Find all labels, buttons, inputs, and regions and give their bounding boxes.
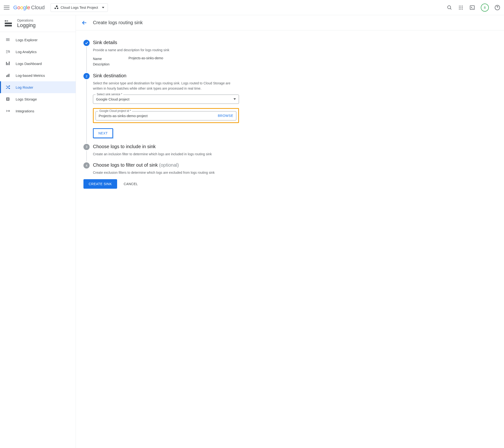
notifications-badge[interactable]: 8	[481, 3, 489, 12]
bar-chart-icon	[5, 73, 10, 78]
svg-rect-29	[7, 98, 9, 99]
step4-desc: Create exclusion filters to determine wh…	[93, 170, 239, 175]
step-choose-include: 3 Choose logs to include in sink Create …	[83, 144, 239, 157]
svg-rect-26	[7, 75, 8, 77]
svg-point-5	[459, 7, 460, 8]
nav-integrations[interactable]: Integrations	[0, 105, 76, 117]
badge-count: 8	[484, 6, 486, 9]
svg-rect-31	[7, 100, 9, 100]
svg-rect-30	[7, 99, 9, 99]
project-id-highlight: Google Cloud project id * BROWSE	[93, 108, 239, 123]
svg-rect-27	[9, 74, 9, 77]
nav-log-based-metrics[interactable]: Log-based Metrics	[0, 70, 76, 81]
nav-label: Log Analytics	[16, 50, 36, 54]
step2-title: Sink destination	[93, 73, 239, 78]
nav-label: Logs Dashboard	[16, 62, 42, 66]
back-arrow-icon[interactable]	[82, 20, 87, 26]
nav-label: Logs Storage	[16, 97, 37, 101]
sidebar-header: Operations Logging	[0, 15, 76, 32]
step1-desc: Provide a name and description for logs …	[93, 48, 239, 53]
svg-rect-11	[470, 6, 474, 9]
svg-point-6	[460, 7, 461, 8]
step-sink-details: Sink details Provide a name and descript…	[83, 40, 239, 67]
logging-label: Logging	[17, 22, 36, 28]
name-value: Projects-as-sinks-demo	[128, 56, 163, 60]
step4-title: Choose logs to filter out of sink (optio…	[93, 162, 239, 168]
step3-indicator: 3	[83, 144, 90, 150]
svg-point-3	[460, 5, 461, 6]
svg-rect-25	[6, 75, 7, 77]
sink-service-value[interactable]	[96, 97, 234, 101]
step2-desc: Select the service type and destination …	[93, 81, 239, 91]
integrations-icon	[5, 108, 10, 113]
menu-icon[interactable]	[4, 5, 9, 10]
nav-logs-explorer[interactable]: Logs Explorer	[0, 34, 76, 46]
svg-rect-14	[7, 21, 8, 21]
dashboard-icon	[5, 61, 10, 66]
nav-label: Integrations	[16, 109, 34, 113]
top-header: Google Cloud Cloud Logs Test Project 8	[0, 0, 504, 15]
next-button[interactable]: NEXT	[93, 128, 113, 138]
main-header: Create logs routing sink	[76, 15, 504, 30]
cloud-text: Cloud	[31, 4, 45, 11]
cloud-shell-icon[interactable]	[469, 5, 475, 10]
svg-rect-15	[5, 22, 12, 24]
step-connector	[86, 47, 87, 72]
list-icon	[5, 37, 10, 42]
page-title: Create logs routing sink	[93, 20, 143, 25]
svg-point-32	[9, 110, 10, 112]
logging-product-icon	[5, 20, 12, 27]
analytics-search-icon	[5, 49, 10, 54]
nav-logs-dashboard[interactable]: Logs Dashboard	[0, 58, 76, 70]
project-dots-icon	[54, 5, 58, 10]
nav-log-analytics[interactable]: Log Analytics	[0, 46, 76, 58]
project-name: Cloud Logs Test Project	[61, 5, 98, 9]
step4-title-text: Choose logs to filter out of sink	[93, 162, 159, 168]
svg-rect-17	[6, 38, 10, 39]
svg-point-9	[460, 9, 461, 9]
project-id-label: Google Cloud project id *	[98, 109, 132, 113]
svg-point-10	[462, 9, 463, 9]
step-connector	[86, 80, 87, 143]
project-id-input[interactable]	[99, 114, 218, 118]
chevron-down-icon	[102, 7, 104, 8]
step-sink-destination: 2 Sink destination Select the service ty…	[83, 73, 239, 138]
svg-line-21	[9, 52, 10, 52]
step-connector	[86, 151, 87, 162]
header-icons: 8	[447, 3, 500, 12]
content: Sink details Provide a name and descript…	[76, 30, 247, 198]
browse-button[interactable]: BROWSE	[218, 114, 233, 118]
svg-rect-18	[6, 39, 10, 40]
svg-point-4	[462, 5, 463, 6]
nav-log-router[interactable]: Log Router	[0, 81, 76, 93]
nav-logs-storage[interactable]: Logs Storage	[0, 93, 76, 105]
create-sink-button[interactable]: CREATE SINK	[83, 179, 117, 189]
step1-title: Sink details	[93, 40, 239, 45]
project-selector[interactable]: Cloud Logs Test Project	[51, 3, 108, 12]
nav-label: Log-based Metrics	[16, 73, 45, 77]
nav-list: Logs Explorer Log Analytics Logs Dashboa…	[0, 32, 76, 117]
svg-rect-19	[6, 40, 10, 41]
footer-actions: CREATE SINK CANCEL	[83, 179, 239, 189]
step3-title: Choose logs to include in sink	[93, 144, 239, 149]
svg-rect-23	[7, 63, 8, 65]
optional-label: (optional)	[159, 162, 179, 168]
step4-indicator: 4	[83, 162, 90, 169]
nav-label: Logs Explorer	[16, 38, 38, 42]
help-icon[interactable]	[495, 5, 500, 10]
svg-point-7	[462, 7, 463, 8]
sink-service-select[interactable]: Select sink service *	[93, 95, 239, 104]
apps-grid-icon[interactable]	[458, 5, 464, 10]
svg-rect-13	[5, 21, 7, 21]
main: Create logs routing sink Sink details Pr…	[76, 15, 504, 448]
nav-label: Log Router	[16, 85, 33, 89]
cancel-button[interactable]: CANCEL	[124, 182, 138, 186]
storage-icon	[5, 96, 10, 102]
google-cloud-logo[interactable]: Google Cloud	[13, 4, 45, 11]
sink-service-label: Select sink service *	[95, 93, 123, 96]
sidebar: Operations Logging Logs Explorer Log Ana…	[0, 15, 76, 448]
operations-label: Operations	[17, 18, 36, 22]
step2-indicator: 2	[83, 73, 90, 79]
svg-rect-24	[9, 62, 9, 65]
search-icon[interactable]	[447, 5, 452, 10]
